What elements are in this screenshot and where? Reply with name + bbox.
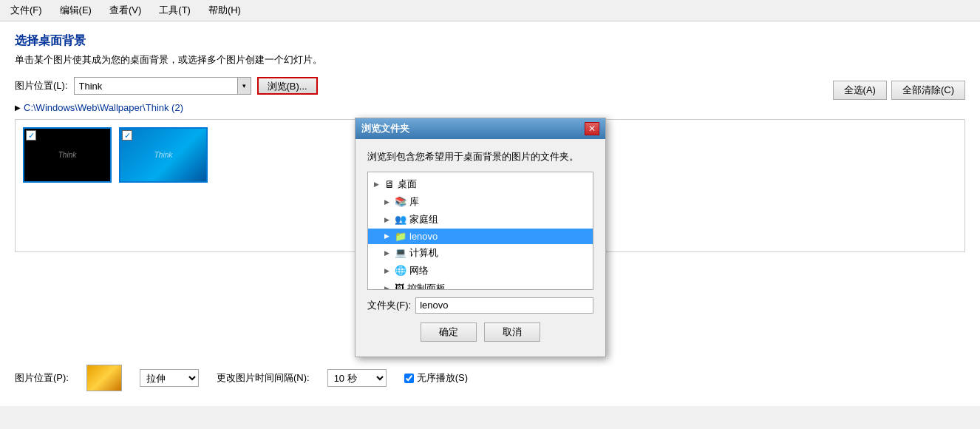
tree-label-lenovo: lenovo <box>409 231 438 242</box>
cancel-button[interactable]: 取消 <box>484 322 540 342</box>
tree-arrow-homegroup: ▶ <box>384 216 392 223</box>
menu-edit[interactable]: 编辑(E) <box>55 2 96 18</box>
modal-titlebar: 浏览文件夹 ✕ <box>355 118 605 139</box>
modal-overlay: 浏览文件夹 ✕ 浏览到包含您希望用于桌面背景的图片的文件夹。 ▶ 桌面 ▶ <box>0 21 980 406</box>
tree-arrow-desktop: ▶ <box>374 180 381 188</box>
menu-file[interactable]: 文件(F) <box>6 2 47 18</box>
desktop-icon <box>384 178 395 190</box>
tree-label-homegroup: 家庭组 <box>409 213 438 226</box>
modal-body: 浏览到包含您希望用于桌面背景的图片的文件夹。 ▶ 桌面 ▶ 库 <box>355 139 605 357</box>
tree-item-controlpanel[interactable]: ▶ 控制面板 <box>368 280 593 290</box>
ok-button[interactable]: 确定 <box>421 322 477 342</box>
tree-label-computer: 计算机 <box>409 246 438 260</box>
modal-close-button[interactable]: ✕ <box>585 122 599 135</box>
menubar: 文件(F) 编辑(E) 查看(V) 工具(T) 帮助(H) <box>0 0 980 21</box>
tree-item-lenovo[interactable]: ▶ lenovo <box>368 229 593 244</box>
tree-arrow-controlpanel: ▶ <box>384 285 392 290</box>
tree-arrow-lenovo: ▶ <box>384 232 392 240</box>
modal-description: 浏览到包含您希望用于桌面背景的图片的文件夹。 <box>367 149 593 164</box>
tree-label-desktop: 桌面 <box>398 178 417 191</box>
folder-row: 文件夹(F): <box>367 297 593 314</box>
tree-item-desktop[interactable]: ▶ 桌面 <box>368 175 593 193</box>
browse-folder-dialog: 浏览文件夹 ✕ 浏览到包含您希望用于桌面背景的图片的文件夹。 ▶ 桌面 ▶ <box>355 118 606 357</box>
network-icon <box>395 265 406 276</box>
homegroup-icon <box>395 214 406 225</box>
controlpanel-icon <box>395 283 404 290</box>
computer-icon <box>395 247 406 258</box>
main-content: 选择桌面背景 单击某个图片使其成为您的桌面背景，或选择多个图片创建一个幻灯片。 … <box>0 21 980 406</box>
tree-item-network[interactable]: ▶ 网络 <box>368 262 593 280</box>
library-icon <box>395 196 406 207</box>
tree-label-network: 网络 <box>409 264 429 277</box>
menu-view[interactable]: 查看(V) <box>105 2 146 18</box>
menu-tools[interactable]: 工具(T) <box>154 2 195 18</box>
tree-label-library: 库 <box>409 195 419 209</box>
tree-arrow-library: ▶ <box>384 198 392 206</box>
folder-input[interactable] <box>415 297 593 314</box>
tree-item-homegroup[interactable]: ▶ 家庭组 <box>368 211 593 229</box>
menu-help[interactable]: 帮助(H) <box>204 2 245 18</box>
tree-arrow-computer: ▶ <box>384 249 392 257</box>
folder-label: 文件夹(F): <box>367 299 411 312</box>
modal-title: 浏览文件夹 <box>361 122 409 135</box>
modal-footer: 确定 取消 <box>367 322 593 349</box>
tree-arrow-network: ▶ <box>384 267 392 274</box>
folder-tree[interactable]: ▶ 桌面 ▶ 库 ▶ 家庭组 <box>367 172 593 290</box>
tree-item-library[interactable]: ▶ 库 <box>368 193 593 211</box>
lenovo-icon <box>395 231 406 242</box>
tree-item-computer[interactable]: ▶ 计算机 <box>368 244 593 262</box>
tree-label-controlpanel: 控制面板 <box>407 282 446 290</box>
